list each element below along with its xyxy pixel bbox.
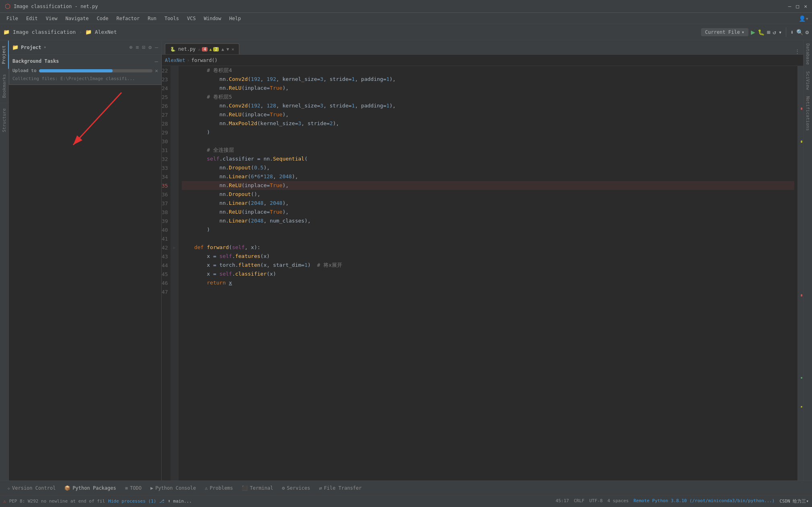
upload-cancel-button[interactable]: ✕ xyxy=(155,68,158,74)
scroll-info-indicator xyxy=(801,377,802,379)
problems-label: Problems xyxy=(210,485,233,491)
code-line-23: nn.Conv2d(192, 192, kernel_size=3, strid… xyxy=(182,75,794,84)
bottom-tab-python-console[interactable]: ▶ Python Console xyxy=(146,484,200,493)
search-everywhere-button[interactable]: 🔍 xyxy=(796,29,803,35)
right-tab-sciview[interactable]: SciView xyxy=(804,68,812,93)
editor-tabs: 🐍 net.py ⚠ 4 ▲ 2 ▲ ▼ ✕ ⋮ xyxy=(162,40,803,55)
profile-button[interactable]: ↺ xyxy=(773,29,776,35)
run-config-selector[interactable]: Current File ▾ xyxy=(701,28,748,36)
menu-edit[interactable]: Edit xyxy=(23,14,41,23)
project-panel-header: 📁 Project ▾ ⊕ ≡ ⊡ ⚙ — xyxy=(9,40,161,55)
right-tab-database[interactable]: Database xyxy=(804,40,812,68)
code-content[interactable]: # 卷积层4 nn.Conv2d(192, 192, kernel_size=3… xyxy=(179,66,798,480)
bottom-tab-problems[interactable]: ⚠ Problems xyxy=(201,484,237,493)
maximize-button[interactable]: □ xyxy=(796,3,799,9)
hide-processes-link[interactable]: Hide processes (1) xyxy=(108,499,156,504)
titlebar: ⬡ Image classification - net.py — □ ✕ xyxy=(0,0,812,13)
status-right: 45:17 CRLF UTF-8 4 spaces Remote Python … xyxy=(556,498,809,504)
code-line-37: nn.Linear(2048, 2048), xyxy=(182,199,794,208)
scroll-error-indicator xyxy=(801,107,802,110)
file-transfer-icon: ⇄ xyxy=(319,485,322,491)
bottom-tab-python-packages[interactable]: 📦 Python Packages xyxy=(60,484,120,493)
services-label: Services xyxy=(287,485,310,491)
upload-progress-fill xyxy=(39,69,113,72)
settings-button[interactable]: ⚙ xyxy=(806,29,809,35)
menu-navigate[interactable]: Navigate xyxy=(62,14,92,23)
project-settings-icon[interactable]: ⚙ xyxy=(148,44,152,50)
code-line-34: nn.Linear(6*6*128, 2048), xyxy=(182,172,794,181)
minimize-button[interactable]: — xyxy=(788,3,791,9)
menu-tools[interactable]: Tools xyxy=(161,14,182,23)
upload-label: Upload to xyxy=(12,68,37,73)
sidebar-item-project[interactable]: Project xyxy=(0,40,9,69)
close-button[interactable]: ✕ xyxy=(804,3,807,9)
user-avatar-icon[interactable]: 👤▾ xyxy=(799,15,809,22)
sidebar-item-bookmarks[interactable]: Bookmarks xyxy=(0,69,8,103)
code-line-28: nn.MaxPool2d(kernel_size=3, stride=2), xyxy=(182,119,794,128)
code-line-26: nn.Conv2d(192, 128, kernel_size=3, strid… xyxy=(182,101,794,110)
cursor-position[interactable]: 45:17 xyxy=(556,498,569,504)
scroll-warning-indicator-2 xyxy=(801,406,802,408)
bottom-tab-terminal[interactable]: ⬛ Terminal xyxy=(238,484,277,493)
project-minimize-icon[interactable]: — xyxy=(155,44,158,50)
code-line-43: x = self.features(x) xyxy=(182,252,794,261)
code-line-41 xyxy=(182,234,794,243)
git-update-button[interactable]: ⬇ xyxy=(790,29,793,35)
right-tab-notifications[interactable]: Notifications xyxy=(804,93,812,134)
menubar: File Edit View Navigate Code Refactor Ru… xyxy=(0,13,812,24)
left-side-tabs: Project Bookmarks Structure xyxy=(0,40,9,480)
bottom-tab-services[interactable]: ⚙ Services xyxy=(278,484,314,493)
coverage-button[interactable]: ⊞ xyxy=(767,29,770,35)
tab-settings-button[interactable]: ⋮ xyxy=(795,48,800,54)
bottom-tab-version-control[interactable]: ⬦ Version Control xyxy=(3,484,60,493)
code-line-40: ) xyxy=(182,225,794,234)
run-target-button[interactable]: ▾ xyxy=(779,29,782,35)
menu-refactor[interactable]: Refactor xyxy=(113,14,143,23)
menu-code[interactable]: Code xyxy=(94,14,112,23)
right-side-panel: Database SciView Notifications xyxy=(803,40,812,480)
menu-view[interactable]: View xyxy=(43,14,61,23)
scroll-error-indicator-2 xyxy=(801,294,802,297)
menu-help[interactable]: Help xyxy=(226,14,244,23)
project-expand-icon[interactable]: ⊡ xyxy=(142,44,146,50)
code-line-39: nn.Linear(2048, num_classes), xyxy=(182,216,794,225)
tab-nav-up[interactable]: ▲ xyxy=(221,47,224,52)
menu-vcs[interactable]: VCS xyxy=(184,14,199,23)
scrollbar[interactable] xyxy=(798,66,803,480)
breadcrumb-class[interactable]: AlexNet xyxy=(165,58,185,63)
project-breadcrumb[interactable]: 📁 Image classification › 📁 AlexNet xyxy=(3,29,117,35)
menu-file[interactable]: File xyxy=(3,14,21,23)
project-collapse-icon[interactable]: ≡ xyxy=(136,44,139,50)
indent-size[interactable]: 4 spaces xyxy=(607,498,629,504)
code-line-24: nn.ReLU(inplace=True), xyxy=(182,84,794,93)
svg-line-1 xyxy=(73,93,121,145)
bg-tasks-minimize-button[interactable]: — xyxy=(155,58,158,64)
python-console-label: Python Console xyxy=(155,485,196,491)
run-button[interactable]: ▶ xyxy=(751,28,755,36)
csdn-badge[interactable]: CSDN 给力三▾ xyxy=(779,498,809,504)
code-line-33: nn.Dropout(0.5), xyxy=(182,163,794,172)
tab-label: net.py xyxy=(178,46,195,52)
breadcrumb-method[interactable]: forward() xyxy=(191,58,218,63)
project-tools: ⊕ ≡ ⊡ ⚙ — xyxy=(130,44,158,50)
line-numbers: 22 23 24 25 26 27 28 29 30 31 32 33 34 3… xyxy=(162,66,171,480)
tab-nav-down[interactable]: ▼ xyxy=(226,47,229,52)
sidebar-item-structure[interactable]: Structure xyxy=(0,103,8,137)
tab-close-button[interactable]: ✕ xyxy=(232,47,234,52)
python-file-icon: 🐍 xyxy=(170,47,176,52)
bottom-tab-file-transfer[interactable]: ⇄ File Transfer xyxy=(315,484,366,493)
file-transfer-label: File Transfer xyxy=(324,485,362,491)
bottom-tab-todo[interactable]: ≡ TODO xyxy=(121,484,146,493)
tab-net-py[interactable]: 🐍 net.py ⚠ 4 ▲ 2 ▲ ▼ ✕ xyxy=(165,43,239,54)
titlebar-controls[interactable]: — □ ✕ xyxy=(788,3,807,9)
menu-run[interactable]: Run xyxy=(144,14,160,23)
debug-button[interactable]: 🐛 xyxy=(758,29,765,35)
problems-icon: ⚠ xyxy=(205,485,208,491)
line-endings[interactable]: CRLF xyxy=(574,498,585,504)
code-line-35: nn.ReLU(inplace=True), xyxy=(182,181,794,190)
menu-window[interactable]: Window xyxy=(201,14,224,23)
interpreter-label[interactable]: Remote Python 3.8.10 (/root/miniconda3/b… xyxy=(633,498,775,504)
project-locate-icon[interactable]: ⊕ xyxy=(130,44,133,50)
encoding[interactable]: UTF-8 xyxy=(589,498,602,504)
project-dropdown-icon[interactable]: ▾ xyxy=(44,45,47,50)
